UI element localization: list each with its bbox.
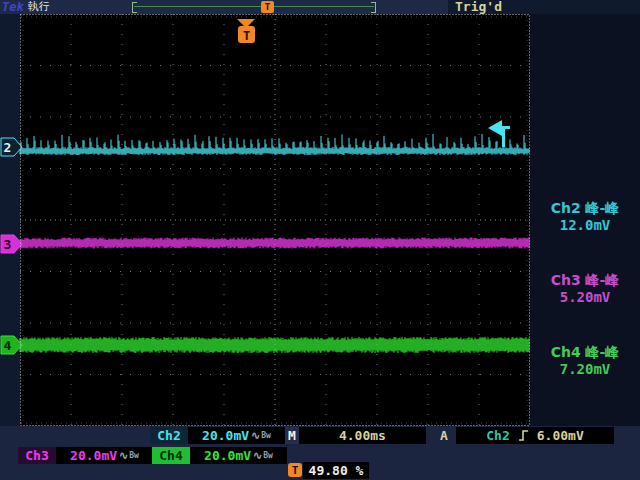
trigger-position-value: 49.80 % xyxy=(303,462,369,479)
ch4-trace xyxy=(20,337,529,353)
record-view-strip: T xyxy=(77,0,448,14)
trigger-level-value: 6.00mV xyxy=(537,428,584,443)
trigger-mode-label: A xyxy=(440,427,448,444)
svg-text:4: 4 xyxy=(4,338,12,353)
graticule-display: 234 T xyxy=(0,14,530,426)
measurement-ch2-value: 12.0mV xyxy=(530,217,640,234)
channel-marker-ch3: 3 xyxy=(1,235,22,253)
measurement-ch3-pkpk: Ch3 峰-峰 5.20mV xyxy=(530,272,640,306)
trigger-readout: Ch2 6.00mV xyxy=(456,427,614,444)
ch2-scale-readout: 20.0mV ∿ Bw xyxy=(188,427,285,444)
ch2-bandwidth-icon: Bw xyxy=(261,431,271,440)
record-view-line xyxy=(134,6,374,7)
ch4-scale-readout: 20.0mV ∿ Bw xyxy=(190,447,287,464)
measurement-column: Ch2 峰-峰 12.0mV Ch3 峰-峰 5.20mV Ch4 峰-峰 7.… xyxy=(530,14,640,426)
measurement-ch3-value: 5.20mV xyxy=(530,289,640,306)
ch4-coupling-icon: ∿ xyxy=(253,449,262,462)
measurement-ch4-value: 7.20mV xyxy=(530,361,640,378)
ch2-readout-label: Ch2 xyxy=(150,427,188,444)
readout-bar: Ch2 20.0mV ∿ Bw M 4.00ms A Ch2 6.00mV Ch… xyxy=(0,426,640,480)
ch2-coupling-icon: ∿ xyxy=(251,429,260,442)
tek-logo: Tek xyxy=(2,0,24,14)
ch4-scale-value: 20.0mV xyxy=(204,448,251,463)
trigger-source: Ch2 xyxy=(486,428,509,443)
acquisition-status: 執行 xyxy=(28,0,50,14)
ch3-bandwidth-icon: Bw xyxy=(129,451,139,460)
ch3-scale-value: 20.0mV xyxy=(70,448,117,463)
channel-marker-ch2: 2 xyxy=(1,138,22,156)
record-view-left-bracket xyxy=(132,2,137,13)
measurement-ch4-label: Ch4 峰-峰 xyxy=(530,344,640,361)
ch4-readout-label: Ch4 xyxy=(152,447,190,464)
timebase-label: M xyxy=(285,427,299,444)
trigger-flag-letter: T xyxy=(243,29,250,43)
ch2-scale-value: 20.0mV xyxy=(202,428,249,443)
record-view-trigger-marker-icon: T xyxy=(261,1,274,13)
measurement-ch2-pkpk: Ch2 峰-峰 12.0mV xyxy=(530,200,640,234)
trigger-position-t-icon: T xyxy=(288,463,302,477)
channel-position-markers: 234 xyxy=(1,138,22,354)
ch3-readout-label: Ch3 xyxy=(18,447,56,464)
record-view-right-bracket xyxy=(371,2,376,13)
channel-marker-ch4: 4 xyxy=(1,336,22,354)
measurement-ch2-label: Ch2 峰-峰 xyxy=(530,200,640,217)
titlebar: Tek 執行 xyxy=(0,0,77,14)
measurement-ch3-label: Ch3 峰-峰 xyxy=(530,272,640,289)
timebase-readout: M 4.00ms xyxy=(285,427,426,444)
ch3-coupling-icon: ∿ xyxy=(119,449,128,462)
ch3-scale-readout: 20.0mV ∿ Bw xyxy=(56,447,153,464)
svg-text:2: 2 xyxy=(4,140,12,155)
trigger-status-label: Trig'd xyxy=(455,0,502,14)
svg-text:3: 3 xyxy=(4,237,12,252)
measurement-ch4-pkpk: Ch4 峰-峰 7.20mV xyxy=(530,344,640,378)
oscilloscope-screen: Tek 執行 T Trig'd 234 T Ch2 峰-峰 12.0mV xyxy=(0,0,640,480)
trigger-slope-rising-icon xyxy=(518,429,529,442)
timebase-value: 4.00ms xyxy=(299,428,426,443)
ch4-bandwidth-icon: Bw xyxy=(263,451,273,460)
